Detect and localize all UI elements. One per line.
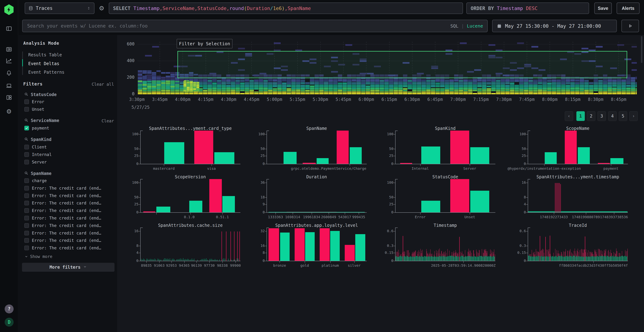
filter-clear-link[interactable]: Clear <box>102 118 114 123</box>
stripe-green <box>452 256 452 261</box>
sql-orderby-editor[interactable]: ORDER BY Timestamp DESC <box>466 2 589 14</box>
checkbox[interactable] <box>24 201 29 205</box>
clear-all-link[interactable]: Clear all <box>92 82 114 86</box>
show-more-link[interactable]: Show more <box>24 254 52 259</box>
pagination-page[interactable]: 2 <box>587 111 595 121</box>
search-icon[interactable] <box>24 137 28 142</box>
sql-token: , <box>284 6 288 11</box>
source-config-gear-icon[interactable]: ⚙ <box>97 4 106 12</box>
stripe-green <box>477 257 477 261</box>
tick-bar <box>149 260 149 261</box>
filter-option[interactable]: Unset <box>24 107 44 112</box>
stripe-green <box>571 256 571 261</box>
sql-select-editor[interactable]: SELECT Timestamp,ServiceName,StatusCode,… <box>109 2 463 14</box>
search-icon[interactable] <box>24 171 28 176</box>
help-button[interactable]: ? <box>5 304 14 314</box>
date-range-picker[interactable]: May 27 15:30:00 - May 27 21:00:00 <box>492 20 617 32</box>
selection-overlay[interactable] <box>178 51 627 78</box>
filter-option[interactable]: Error: The credit card (end… <box>24 200 101 206</box>
checkbox[interactable] <box>24 145 29 149</box>
pagination-next[interactable]: › <box>629 111 638 121</box>
filter-option[interactable]: Error: The credit card (end… <box>24 193 101 198</box>
analysis-mode-item[interactable]: Results Table <box>28 52 62 58</box>
checkbox[interactable] <box>24 107 29 112</box>
chart-explorer-icon[interactable] <box>6 58 12 64</box>
checkbox[interactable] <box>24 152 29 157</box>
alerts-bell-icon[interactable] <box>6 70 12 76</box>
filter-option[interactable]: Error: The credit card (end… <box>24 216 101 220</box>
stripe-green <box>580 256 581 261</box>
search-logs-icon[interactable] <box>6 46 12 53</box>
pagination-page[interactable]: 5 <box>619 111 627 121</box>
stripe-green <box>602 256 603 261</box>
filter-option[interactable]: Error: The credit card (end… <box>24 238 101 243</box>
settings-gear-icon[interactable]: ⚙ <box>6 108 12 115</box>
pagination-page[interactable]: 4 <box>608 111 617 121</box>
filter-option[interactable]: Server <box>24 160 47 164</box>
sessions-laptop-icon[interactable] <box>6 82 12 89</box>
filter-by-selection-button[interactable]: Filter by Selection <box>177 39 232 48</box>
checkbox[interactable] <box>24 126 29 130</box>
x-tick <box>593 261 594 263</box>
filter-option[interactable]: Error: The credit card (end… <box>24 230 101 236</box>
save-button[interactable]: Save <box>594 2 612 14</box>
x-axis <box>395 164 495 164</box>
checkbox[interactable] <box>24 231 29 236</box>
analysis-mode-item[interactable]: Event Patterns <box>28 70 64 75</box>
run-query-button[interactable] <box>622 20 639 32</box>
stripe-green <box>603 256 604 261</box>
mode-lucene-toggle[interactable]: Lucene <box>467 24 483 28</box>
checkbox[interactable] <box>24 193 29 198</box>
filter-option[interactable]: Error: The credit card (end… <box>24 208 101 213</box>
search-icon[interactable] <box>24 118 28 123</box>
y-tick <box>394 156 395 156</box>
search-icon[interactable] <box>24 92 28 97</box>
user-avatar[interactable]: D <box>5 318 14 327</box>
filter-option[interactable]: Error: The credit card (end… <box>24 223 101 228</box>
stripe-green <box>454 257 455 261</box>
mini-chart: SpanAttributes...yment.card_type02550100… <box>124 126 249 173</box>
scrollbar-thumb[interactable] <box>641 36 642 63</box>
analysis-mode-item[interactable]: Event Deltas <box>28 61 59 66</box>
checkbox[interactable] <box>24 238 29 243</box>
dashboards-layout-icon[interactable] <box>6 94 12 101</box>
heatmap-xtick: 8:30pm <box>583 97 608 102</box>
pagination-page[interactable]: 1 <box>576 111 585 121</box>
stripe-green <box>592 256 593 261</box>
stripe-green <box>428 256 429 261</box>
filter-option[interactable]: Error: The credit card (end… <box>24 186 101 191</box>
checkbox[interactable] <box>24 208 29 213</box>
y-tick <box>265 231 266 232</box>
stripe-green <box>446 257 446 261</box>
tick-bar <box>235 260 235 261</box>
search-input[interactable] <box>27 23 450 29</box>
checkbox[interactable] <box>24 223 29 228</box>
stripe-green <box>564 256 565 261</box>
spike <box>237 232 238 261</box>
sidebar-toggle-icon[interactable] <box>6 25 12 32</box>
checkbox[interactable] <box>24 160 29 164</box>
filter-option[interactable]: Error <box>24 99 44 104</box>
y-tick-label: 50 <box>378 195 394 199</box>
source-select[interactable]: Traces <box>25 2 94 14</box>
mode-sql-toggle[interactable]: SQL <box>450 24 458 28</box>
filter-option[interactable]: payment <box>24 126 49 130</box>
hyperdx-logo-icon[interactable] <box>4 4 14 15</box>
filter-group-header: SpanName <box>24 171 52 176</box>
stripe-red <box>495 254 495 261</box>
tick-bar <box>176 260 177 261</box>
checkbox[interactable] <box>24 100 29 104</box>
filter-option[interactable]: charge <box>24 178 47 183</box>
checkbox[interactable] <box>24 178 29 183</box>
pagination-page[interactable]: 3 <box>598 111 606 121</box>
mini-chart: Duration09183613333631698314199618342600… <box>250 174 375 221</box>
filter-option[interactable]: Error: The credit card (end… <box>24 246 101 250</box>
filter-option[interactable]: Internal <box>24 152 52 157</box>
filter-option[interactable]: Client <box>24 144 47 150</box>
checkbox[interactable] <box>24 216 29 220</box>
checkbox[interactable] <box>24 246 29 250</box>
heatmap-xtick: 3:45pm <box>147 97 172 102</box>
checkbox[interactable] <box>24 186 29 190</box>
alerts-button[interactable]: Alerts <box>617 2 640 14</box>
pagination-prev[interactable]: ‹ <box>565 111 573 121</box>
